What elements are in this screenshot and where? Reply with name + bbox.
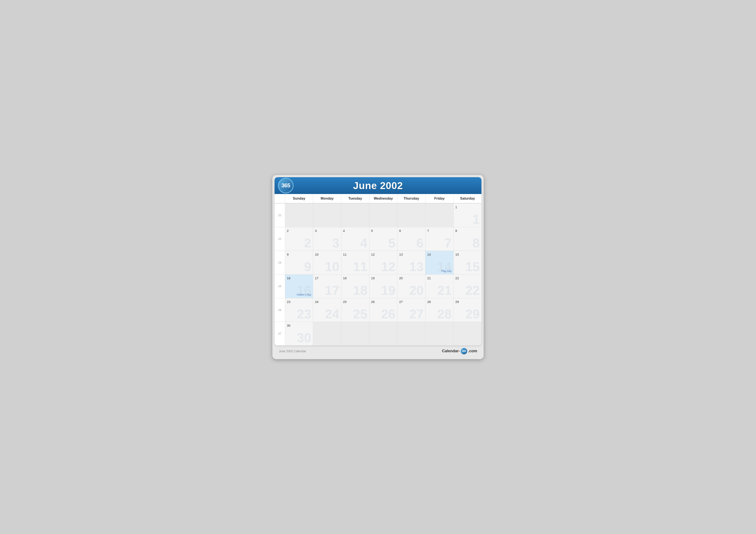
day-cell: 22 <box>285 227 313 251</box>
logo-badge: 365 <box>278 178 293 193</box>
calendar-title: June 2002 <box>279 180 477 191</box>
day-number: 23 <box>287 299 311 304</box>
holiday-label: Father's Day <box>297 293 311 296</box>
day-cell: 66 <box>397 227 425 251</box>
day-cell: 33 <box>313 227 341 251</box>
day-cell: 1212 <box>369 251 397 274</box>
day-cell <box>453 322 481 345</box>
day-cell: 77 <box>425 227 453 251</box>
day-header-saturday: Saturday <box>453 194 481 203</box>
day-number: 9 <box>287 252 311 257</box>
day-number: 28 <box>427 299 451 304</box>
day-cell: 2828 <box>425 298 453 322</box>
day-watermark: 27 <box>409 308 424 320</box>
day-watermark: 30 <box>297 331 311 344</box>
day-number: 2 <box>287 228 311 233</box>
week-number: 25 <box>275 274 285 298</box>
day-cell <box>369 203 397 227</box>
day-watermark: 4 <box>360 237 367 249</box>
day-cell <box>341 322 369 345</box>
footer-brand-after: .com <box>468 349 477 353</box>
day-cell: 2222 <box>453 274 481 298</box>
day-number: 20 <box>399 276 423 280</box>
day-cell: 88 <box>453 227 481 251</box>
day-number: 7 <box>427 228 451 233</box>
week-number: 27 <box>275 322 285 345</box>
day-watermark: 26 <box>381 308 395 320</box>
day-watermark: 21 <box>437 284 452 297</box>
week-number: 26 <box>275 298 285 322</box>
day-cell: 1919 <box>369 274 397 298</box>
day-watermark: 12 <box>381 260 395 273</box>
day-number: 13 <box>399 252 423 257</box>
week-number: 22 <box>275 203 285 227</box>
day-cell <box>313 203 341 227</box>
week-num-header <box>275 194 285 203</box>
week-number: 24 <box>275 251 285 274</box>
footer-brand-before: Calendar- <box>442 349 460 353</box>
day-watermark: 8 <box>472 237 480 249</box>
day-number: 19 <box>371 276 395 280</box>
day-watermark: 18 <box>353 284 367 297</box>
week-number: 23 <box>275 227 285 251</box>
day-cell: 2525 <box>341 298 369 322</box>
day-watermark: 2 <box>304 237 311 249</box>
day-cell: 2424 <box>313 298 341 322</box>
day-cell <box>425 322 453 345</box>
day-cell: 99 <box>285 251 313 274</box>
day-number: 16 <box>287 276 311 280</box>
day-number: 15 <box>455 252 480 257</box>
calendar-grid: 2211232233445566778824991010111112121313… <box>275 203 481 345</box>
day-cell <box>313 322 341 345</box>
day-header-sunday: Sunday <box>285 194 313 203</box>
day-watermark: 23 <box>297 308 311 320</box>
day-cell <box>397 322 425 345</box>
day-cell: 2727 <box>397 298 425 322</box>
day-watermark: 9 <box>304 260 311 273</box>
day-cell <box>285 203 313 227</box>
day-watermark: 24 <box>325 308 339 320</box>
day-number: 1 <box>455 205 480 209</box>
day-header-thursday: Thursday <box>397 194 425 203</box>
day-cell: 11 <box>453 203 481 227</box>
calendar-container: 365 June 2002 SundayMondayTuesdayWednesd… <box>275 177 481 345</box>
day-number: 14 <box>427 252 451 257</box>
holiday-label: Flag Day <box>441 269 452 273</box>
day-number: 24 <box>315 299 339 304</box>
day-number: 29 <box>455 299 480 304</box>
day-watermark: 11 <box>353 260 367 273</box>
day-watermark: 6 <box>417 237 423 249</box>
day-cell: 1010 <box>313 251 341 274</box>
day-watermark: 25 <box>353 308 367 320</box>
day-number: 8 <box>455 228 480 233</box>
day-watermark: 15 <box>465 260 480 273</box>
day-number: 30 <box>287 323 311 328</box>
day-cell: 3030 <box>285 322 313 345</box>
day-header-friday: Friday <box>425 194 453 203</box>
day-cell: 1515 <box>453 251 481 274</box>
day-watermark: 1 <box>472 213 480 226</box>
day-cell: 1818 <box>341 274 369 298</box>
day-number: 21 <box>427 276 451 280</box>
day-cell <box>397 203 425 227</box>
day-cell <box>425 203 453 227</box>
page-wrapper: 365 June 2002 SundayMondayTuesdayWednesd… <box>272 175 484 359</box>
footer-brand: Calendar- 365 .com <box>442 348 477 354</box>
day-cell: 1414Flag Day <box>425 251 453 274</box>
day-watermark: 17 <box>325 284 339 297</box>
day-cell: 2929 <box>453 298 481 322</box>
day-watermark: 29 <box>465 308 480 320</box>
day-watermark: 22 <box>465 284 480 297</box>
day-header-tuesday: Tuesday <box>341 194 369 203</box>
day-number: 27 <box>399 299 423 304</box>
day-cell: 1313 <box>397 251 425 274</box>
day-cell: 2020 <box>397 274 425 298</box>
day-watermark: 28 <box>437 308 452 320</box>
day-cell: 1717 <box>313 274 341 298</box>
day-cell <box>341 203 369 227</box>
day-watermark: 7 <box>445 237 451 249</box>
day-number: 26 <box>371 299 395 304</box>
day-number: 18 <box>343 276 367 280</box>
footer-left-text: June 2002 Calendar <box>279 349 306 353</box>
day-watermark: 3 <box>332 237 339 249</box>
